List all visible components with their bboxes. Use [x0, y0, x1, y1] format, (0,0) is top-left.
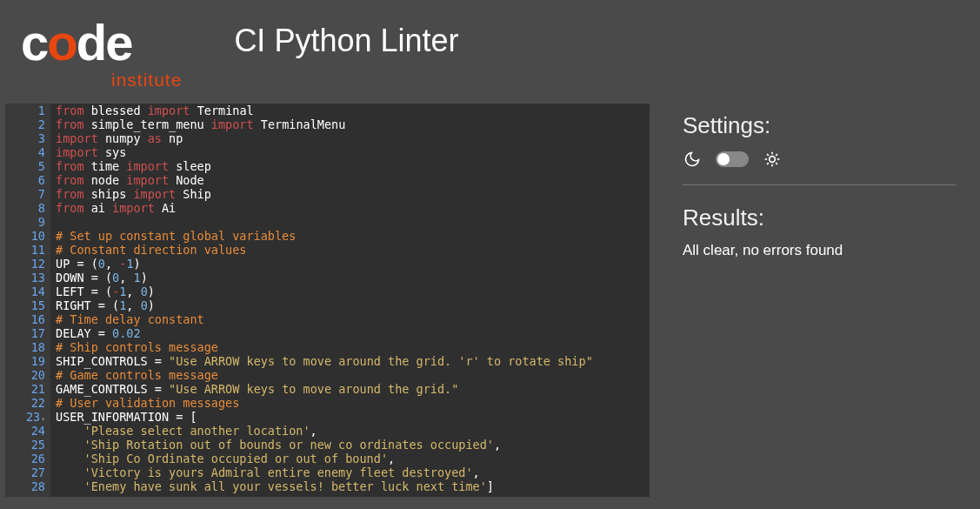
line-number: 14	[16, 285, 45, 298]
logo: c o de institute	[21, 17, 182, 90]
code-line[interactable]: USER_INFORMATION = [	[56, 410, 593, 424]
code-line[interactable]: GAME_CONTROLS = "Use ARROW keys to move …	[56, 382, 593, 396]
line-number: 24	[16, 424, 45, 438]
code-line[interactable]: from ships import Ship	[56, 187, 593, 201]
svg-line-5	[767, 154, 769, 156]
line-gutter: 1234567891011121314151617181920212223242…	[5, 104, 50, 497]
code-line[interactable]: RIGHT = (1, 0)	[56, 298, 593, 312]
code-line[interactable]: 'Please select another location',	[56, 424, 593, 438]
code-line[interactable]: 'Enemy have sunk all your vessels! bette…	[56, 479, 593, 493]
line-number: 27	[16, 465, 45, 479]
code-editor[interactable]: 1234567891011121314151617181920212223242…	[5, 104, 650, 497]
code-area[interactable]: from blessed import Terminalfrom simple_…	[50, 104, 593, 497]
code-line[interactable]: SHIP_CONTROLS = "Use ARROW keys to move …	[56, 354, 593, 368]
line-number: 19	[16, 354, 45, 368]
line-number: 5	[16, 159, 45, 173]
line-number: 6	[16, 173, 45, 187]
line-number: 22	[16, 396, 45, 410]
svg-line-7	[767, 163, 769, 164]
line-number: 18	[16, 340, 45, 354]
line-number: 2	[16, 117, 45, 131]
line-number: 10	[16, 229, 45, 243]
code-line[interactable]: 'Victory is yours Admiral entire enemy f…	[56, 465, 593, 479]
line-number: 9	[16, 215, 45, 229]
line-number: 23	[16, 410, 45, 424]
line-number: 13	[16, 271, 45, 285]
sun-icon	[763, 150, 782, 169]
results-text: All clear, no errors found	[683, 242, 956, 259]
code-line[interactable]	[56, 215, 593, 229]
code-line[interactable]: from blessed import Terminal	[56, 104, 593, 117]
code-line[interactable]: from ai import Ai	[56, 201, 593, 215]
logo-letter-de: de	[77, 17, 132, 68]
code-line[interactable]: LEFT = (-1, 0)	[56, 285, 593, 298]
line-number: 20	[16, 368, 45, 382]
logo-sub: institute	[111, 70, 182, 90]
line-number: 25	[16, 438, 45, 452]
code-line[interactable]: import numpy as np	[56, 131, 593, 145]
line-number: 8	[16, 201, 45, 215]
sidebar: Settings: Results: All clear, no errors …	[667, 104, 971, 497]
code-line[interactable]: import sys	[56, 145, 593, 159]
line-number: 26	[16, 452, 45, 465]
logo-main: c o de	[21, 17, 131, 68]
code-line[interactable]: # Ship controls message	[56, 340, 593, 354]
code-line[interactable]: from node import Node	[56, 173, 593, 187]
line-number: 7	[16, 187, 45, 201]
line-number: 3	[16, 131, 45, 145]
moon-icon	[683, 150, 702, 169]
line-number: 16	[16, 312, 45, 326]
code-line[interactable]: # Constant direction values	[56, 243, 593, 257]
code-line[interactable]: UP = (0, -1)	[56, 257, 593, 271]
svg-point-0	[770, 157, 776, 163]
line-number: 17	[16, 326, 45, 340]
settings-row	[683, 150, 956, 185]
svg-line-6	[776, 163, 777, 164]
line-number: 1	[16, 104, 45, 117]
code-line[interactable]: 'Ship Rotation out of bounds or new co o…	[56, 438, 593, 452]
code-line[interactable]: DELAY = 0.02	[56, 326, 593, 340]
line-number: 11	[16, 243, 45, 257]
content: 1234567891011121314151617181920212223242…	[0, 104, 980, 497]
settings-title: Settings:	[683, 112, 956, 139]
theme-toggle[interactable]	[716, 151, 749, 167]
results-title: Results:	[683, 204, 956, 231]
code-line[interactable]: from simple_term_menu import TerminalMen…	[56, 117, 593, 131]
code-line[interactable]: # Set up constant global variables	[56, 229, 593, 243]
logo-letter-c: c	[21, 17, 47, 68]
line-number: 28	[16, 479, 45, 493]
code-line[interactable]: # User validation messages	[56, 396, 593, 410]
code-line[interactable]: # Game controls message	[56, 368, 593, 382]
code-line[interactable]: # Time delay constant	[56, 312, 593, 326]
code-line[interactable]: 'Ship Co Ordinate occupied or out of bou…	[56, 452, 593, 465]
code-line[interactable]: DOWN = (0, 1)	[56, 271, 593, 285]
code-line[interactable]: from time import sleep	[56, 159, 593, 173]
line-number: 21	[16, 382, 45, 396]
logo-letter-o: o	[47, 17, 76, 68]
line-number: 12	[16, 257, 45, 271]
line-number: 15	[16, 298, 45, 312]
page-title: CI Python Linter	[234, 23, 458, 59]
svg-line-8	[776, 154, 777, 156]
line-number: 4	[16, 145, 45, 159]
header: c o de institute CI Python Linter	[0, 0, 980, 104]
